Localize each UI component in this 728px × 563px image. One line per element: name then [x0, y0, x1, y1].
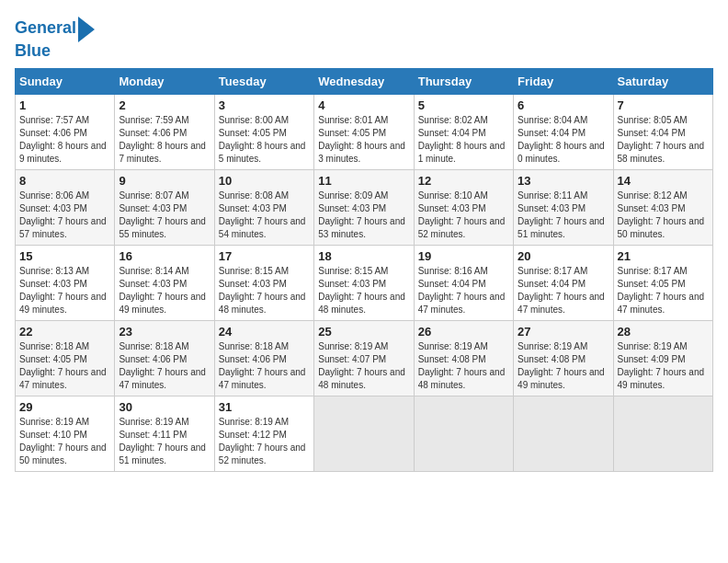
calendar-cell: 15 Sunrise: 8:13 AM Sunset: 4:03 PM Dayl…	[16, 245, 115, 320]
calendar-cell: 4 Sunrise: 8:01 AM Sunset: 4:05 PM Dayli…	[314, 94, 414, 169]
day-info: Sunrise: 8:12 AM Sunset: 4:03 PM Dayligh…	[618, 190, 709, 241]
calendar-table: SundayMondayTuesdayWednesdayThursdayFrid…	[15, 68, 713, 472]
day-header-tuesday: Tuesday	[214, 68, 313, 94]
calendar-cell: 27 Sunrise: 8:19 AM Sunset: 4:08 PM Dayl…	[514, 320, 613, 396]
day-info: Sunrise: 8:16 AM Sunset: 4:04 PM Dayligh…	[418, 265, 509, 316]
calendar-cell	[414, 396, 513, 471]
calendar-cell: 22 Sunrise: 8:18 AM Sunset: 4:05 PM Dayl…	[16, 320, 115, 396]
day-info: Sunrise: 8:18 AM Sunset: 4:05 PM Dayligh…	[19, 340, 110, 392]
day-info: Sunrise: 8:17 AM Sunset: 4:04 PM Dayligh…	[518, 265, 609, 316]
calendar-cell: 20 Sunrise: 8:17 AM Sunset: 4:04 PM Dayl…	[514, 245, 613, 320]
day-info: Sunrise: 8:11 AM Sunset: 4:03 PM Dayligh…	[518, 190, 609, 241]
day-number: 11	[318, 174, 409, 188]
calendar-cell: 21 Sunrise: 8:17 AM Sunset: 4:05 PM Dayl…	[613, 245, 712, 320]
day-info: Sunrise: 8:18 AM Sunset: 4:06 PM Dayligh…	[219, 340, 310, 392]
logo: General Blue	[15, 15, 95, 61]
calendar-cell: 17 Sunrise: 8:15 AM Sunset: 4:03 PM Dayl…	[214, 245, 313, 320]
day-header-monday: Monday	[115, 68, 214, 94]
day-info: Sunrise: 8:01 AM Sunset: 4:05 PM Dayligh…	[318, 114, 409, 166]
calendar-week-5: 29 Sunrise: 8:19 AM Sunset: 4:10 PM Dayl…	[16, 396, 713, 471]
calendar-cell: 14 Sunrise: 8:12 AM Sunset: 4:03 PM Dayl…	[613, 169, 712, 245]
day-number: 22	[19, 325, 110, 339]
calendar-cell: 31 Sunrise: 8:19 AM Sunset: 4:12 PM Dayl…	[214, 396, 313, 471]
logo-text: General	[15, 19, 76, 38]
day-header-sunday: Sunday	[16, 68, 115, 94]
day-info: Sunrise: 8:18 AM Sunset: 4:06 PM Dayligh…	[119, 340, 210, 392]
day-info: Sunrise: 8:19 AM Sunset: 4:09 PM Dayligh…	[618, 340, 709, 392]
day-info: Sunrise: 8:07 AM Sunset: 4:03 PM Dayligh…	[119, 190, 210, 241]
calendar-cell: 10 Sunrise: 8:08 AM Sunset: 4:03 PM Dayl…	[214, 169, 313, 245]
day-info: Sunrise: 7:59 AM Sunset: 4:06 PM Dayligh…	[119, 114, 210, 166]
day-header-wednesday: Wednesday	[314, 68, 414, 94]
calendar-cell: 24 Sunrise: 8:18 AM Sunset: 4:06 PM Dayl…	[214, 320, 313, 396]
calendar-cell: 8 Sunrise: 8:06 AM Sunset: 4:03 PM Dayli…	[16, 169, 115, 245]
day-number: 1	[19, 98, 110, 112]
day-number: 12	[418, 174, 509, 188]
day-number: 5	[418, 98, 509, 112]
day-number: 7	[618, 98, 709, 112]
day-header-friday: Friday	[514, 68, 613, 94]
day-number: 15	[19, 249, 110, 263]
day-number: 26	[418, 325, 509, 339]
calendar-cell: 3 Sunrise: 8:00 AM Sunset: 4:05 PM Dayli…	[214, 94, 313, 169]
calendar-cell	[613, 396, 712, 471]
calendar-cell: 26 Sunrise: 8:19 AM Sunset: 4:08 PM Dayl…	[414, 320, 513, 396]
day-info: Sunrise: 8:19 AM Sunset: 4:10 PM Dayligh…	[19, 416, 110, 467]
day-info: Sunrise: 8:19 AM Sunset: 4:11 PM Dayligh…	[119, 416, 210, 467]
day-info: Sunrise: 8:19 AM Sunset: 4:08 PM Dayligh…	[418, 340, 509, 392]
logo-text-2: Blue	[15, 42, 51, 61]
calendar-cell: 30 Sunrise: 8:19 AM Sunset: 4:11 PM Dayl…	[115, 396, 214, 471]
day-info: Sunrise: 8:19 AM Sunset: 4:08 PM Dayligh…	[518, 340, 609, 392]
day-number: 14	[618, 174, 709, 188]
day-info: Sunrise: 8:04 AM Sunset: 4:04 PM Dayligh…	[518, 114, 609, 166]
day-info: Sunrise: 8:09 AM Sunset: 4:03 PM Dayligh…	[318, 190, 409, 241]
calendar-cell	[514, 396, 613, 471]
day-number: 2	[119, 98, 210, 112]
day-number: 16	[119, 249, 210, 263]
calendar-cell: 1 Sunrise: 7:57 AM Sunset: 4:06 PM Dayli…	[16, 94, 115, 169]
calendar-cell: 18 Sunrise: 8:15 AM Sunset: 4:03 PM Dayl…	[314, 245, 414, 320]
logo-arrow-icon	[78, 17, 95, 42]
day-header-thursday: Thursday	[414, 68, 513, 94]
day-info: Sunrise: 8:19 AM Sunset: 4:07 PM Dayligh…	[318, 340, 409, 392]
day-info: Sunrise: 7:57 AM Sunset: 4:06 PM Dayligh…	[19, 114, 110, 166]
calendar-body: 1 Sunrise: 7:57 AM Sunset: 4:06 PM Dayli…	[16, 94, 713, 471]
calendar-cell: 19 Sunrise: 8:16 AM Sunset: 4:04 PM Dayl…	[414, 245, 513, 320]
calendar-cell: 29 Sunrise: 8:19 AM Sunset: 4:10 PM Dayl…	[16, 396, 115, 471]
day-info: Sunrise: 8:05 AM Sunset: 4:04 PM Dayligh…	[618, 114, 709, 166]
day-number: 6	[518, 98, 609, 112]
day-info: Sunrise: 8:14 AM Sunset: 4:03 PM Dayligh…	[119, 265, 210, 316]
day-number: 31	[219, 400, 310, 414]
day-number: 8	[19, 174, 110, 188]
day-number: 28	[618, 325, 709, 339]
calendar-cell: 9 Sunrise: 8:07 AM Sunset: 4:03 PM Dayli…	[115, 169, 214, 245]
page-header: General Blue	[15, 15, 713, 61]
calendar-cell: 25 Sunrise: 8:19 AM Sunset: 4:07 PM Dayl…	[314, 320, 414, 396]
calendar-cell: 23 Sunrise: 8:18 AM Sunset: 4:06 PM Dayl…	[115, 320, 214, 396]
day-number: 19	[418, 249, 509, 263]
calendar-cell: 6 Sunrise: 8:04 AM Sunset: 4:04 PM Dayli…	[514, 94, 613, 169]
day-number: 21	[618, 249, 709, 263]
day-number: 10	[219, 174, 310, 188]
calendar-cell: 5 Sunrise: 8:02 AM Sunset: 4:04 PM Dayli…	[414, 94, 513, 169]
calendar-cell: 28 Sunrise: 8:19 AM Sunset: 4:09 PM Dayl…	[613, 320, 712, 396]
day-number: 30	[119, 400, 210, 414]
day-info: Sunrise: 8:02 AM Sunset: 4:04 PM Dayligh…	[418, 114, 509, 166]
day-info: Sunrise: 8:10 AM Sunset: 4:03 PM Dayligh…	[418, 190, 509, 241]
calendar-cell: 12 Sunrise: 8:10 AM Sunset: 4:03 PM Dayl…	[414, 169, 513, 245]
calendar-week-4: 22 Sunrise: 8:18 AM Sunset: 4:05 PM Dayl…	[16, 320, 713, 396]
day-number: 20	[518, 249, 609, 263]
day-number: 23	[119, 325, 210, 339]
day-info: Sunrise: 8:17 AM Sunset: 4:05 PM Dayligh…	[618, 265, 709, 316]
day-number: 9	[119, 174, 210, 188]
day-info: Sunrise: 8:06 AM Sunset: 4:03 PM Dayligh…	[19, 190, 110, 241]
day-header-saturday: Saturday	[613, 68, 712, 94]
day-number: 29	[19, 400, 110, 414]
day-number: 25	[318, 325, 409, 339]
calendar-cell: 16 Sunrise: 8:14 AM Sunset: 4:03 PM Dayl…	[115, 245, 214, 320]
calendar-cell: 13 Sunrise: 8:11 AM Sunset: 4:03 PM Dayl…	[514, 169, 613, 245]
day-info: Sunrise: 8:13 AM Sunset: 4:03 PM Dayligh…	[19, 265, 110, 316]
day-number: 4	[318, 98, 409, 112]
day-number: 18	[318, 249, 409, 263]
calendar-cell: 11 Sunrise: 8:09 AM Sunset: 4:03 PM Dayl…	[314, 169, 414, 245]
